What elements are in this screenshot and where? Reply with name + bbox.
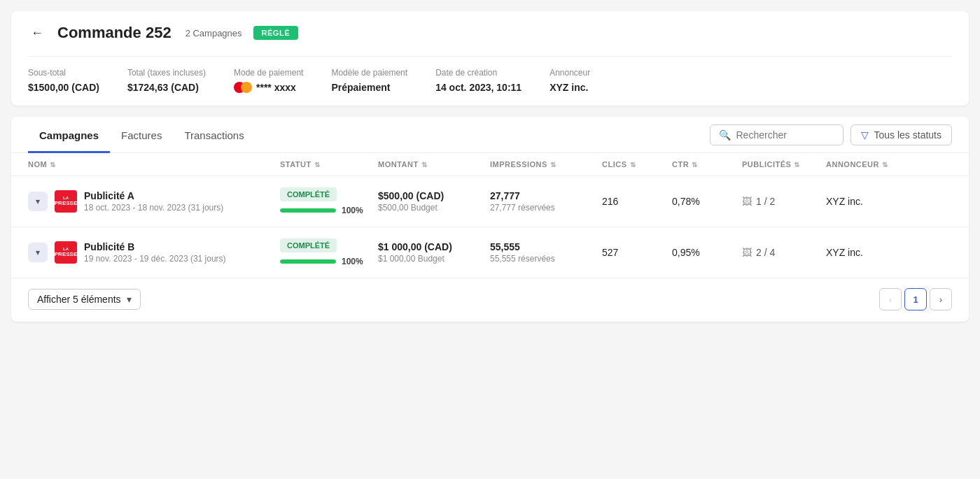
col-annonceur[interactable]: ANNONCEUR ⇅ — [826, 160, 952, 169]
impressions-sub: 27,777 réservées — [490, 203, 602, 213]
amount-main: $1 000,00 (CAD) — [378, 241, 490, 252]
prev-page-button[interactable]: ‹ — [879, 288, 902, 310]
tabs-row: Campagnes Factures Transactions 🔍 ▽ Tous… — [11, 117, 969, 153]
payment-mode-item: Mode de paiement **** xxxx — [234, 68, 303, 93]
creation-date-value: 14 oct. 2023, 10:11 — [435, 82, 522, 93]
page-1-button[interactable]: 1 — [904, 288, 927, 310]
subtotal-label: Sous-total — [28, 68, 99, 78]
campaign-info: ▾ LA PRESSE Publicité A 18 oct. 2023 - 1… — [28, 190, 280, 213]
col-nom[interactable]: NOM ⇅ — [28, 160, 280, 169]
mastercard-icon — [234, 82, 252, 93]
expand-button[interactable]: ▾ — [28, 192, 48, 211]
table-row: ▾ LA PRESSE Publicité B 19 nov. 2023 - 1… — [11, 227, 969, 278]
campaign-ctr-cell: 0,78% — [672, 196, 742, 207]
total-label: Total (taxes incluses) — [127, 68, 206, 78]
campaign-dates: 19 nov. 2023 - 19 déc. 2023 (31 jours) — [84, 254, 226, 264]
campaign-details: Publicité A 18 oct. 2023 - 18 nov. 2023 … — [84, 190, 223, 213]
campaign-impressions-cell: 55,555 55,555 réservées — [490, 241, 602, 264]
total-value: $1724,63 (CAD) — [127, 82, 206, 93]
progress-bar-wrap: 100% — [280, 206, 378, 215]
status-badge: RÉGLÉ — [253, 26, 298, 40]
tab-actions: 🔍 ▽ Tous les statuts — [710, 124, 953, 145]
campaign-details: Publicité B 19 nov. 2023 - 19 déc. 2023 … — [84, 241, 226, 264]
search-input[interactable] — [736, 129, 834, 141]
table-header: NOM ⇅ STATUT ⇅ MONTANT ⇅ IMPRESSIONS ⇅ C… — [11, 153, 969, 176]
advertiser-label: Annonceur — [550, 68, 590, 78]
table-row: ▾ LA PRESSE Publicité A 18 oct. 2023 - 1… — [11, 176, 969, 227]
col-montant[interactable]: MONTANT ⇅ — [378, 160, 490, 169]
payment-mode-label: Mode de paiement — [234, 68, 303, 78]
header-card: ← Commande 252 2 Campagnes RÉGLÉ Sous-to… — [11, 11, 969, 106]
tab-factures[interactable]: Factures — [110, 117, 173, 153]
total-item: Total (taxes incluses) $1724,63 (CAD) — [127, 68, 206, 93]
campaign-impressions-cell: 27,777 27,777 réservées — [490, 190, 602, 213]
sort-montant-icon: ⇅ — [421, 161, 428, 169]
impressions-main: 55,555 — [490, 241, 602, 252]
pagination-row: Afficher 5 éléments ▾ ‹ 1 › — [11, 278, 969, 310]
subtotal-value: $1500,00 (CAD) — [28, 82, 99, 93]
status-completed: COMPLÉTÉ — [280, 187, 337, 201]
amount-budget: $500,00 Budget — [378, 203, 490, 213]
tab-transactions[interactable]: Transactions — [173, 117, 255, 153]
sort-publicites-icon: ⇅ — [794, 161, 800, 169]
sort-ctr-icon: ⇅ — [692, 161, 698, 169]
campaign-amount-cell: $500,00 (CAD) $500,00 Budget — [378, 190, 490, 213]
chevron-down-icon: ▾ — [127, 294, 132, 305]
search-icon: 🔍 — [719, 129, 731, 141]
campaign-annonceur-cell: XYZ inc. — [826, 247, 952, 258]
sort-clics-icon: ⇅ — [630, 161, 636, 169]
publicites-count: 1 / 2 — [756, 196, 775, 207]
campaign-publicites-cell: 🖼 1 / 2 — [742, 196, 826, 207]
campaign-name: Publicité A — [84, 190, 223, 201]
impressions-sub: 55,555 réservées — [490, 254, 602, 264]
status-completed: COMPLÉTÉ — [280, 238, 337, 252]
advertiser-value: XYZ inc. — [550, 82, 590, 93]
la-presse-logo: LA PRESSE — [55, 190, 77, 213]
subtotal-item: Sous-total $1500,00 (CAD) — [28, 68, 99, 93]
col-ctr[interactable]: CTR ⇅ — [672, 160, 742, 169]
campaign-amount-cell: $1 000,00 (CAD) $1 000,00 Budget — [378, 241, 490, 264]
col-statut[interactable]: STATUT ⇅ — [280, 160, 378, 169]
creation-date-label: Date de création — [435, 68, 522, 78]
col-publicites[interactable]: PUBLICITÉS ⇅ — [742, 160, 826, 169]
sort-statut-icon: ⇅ — [314, 161, 321, 169]
image-icon: 🖼 — [742, 247, 752, 258]
payment-model-value: Prépaiement — [331, 82, 407, 93]
progress-bar-bg — [280, 259, 336, 264]
campaign-annonceur-cell: XYZ inc. — [826, 196, 952, 207]
amount-budget: $1 000,00 Budget — [378, 254, 490, 264]
progress-bar-bg — [280, 208, 336, 213]
progress-bar-fill — [280, 208, 336, 213]
progress-percent: 100% — [342, 206, 363, 215]
sort-nom-icon: ⇅ — [50, 161, 56, 169]
progress-bar-wrap: 100% — [280, 257, 378, 266]
expand-button[interactable]: ▾ — [28, 243, 48, 262]
filter-label: Tous les statuts — [874, 129, 942, 141]
search-box[interactable]: 🔍 — [710, 124, 844, 145]
pagination-controls: ‹ 1 › — [879, 288, 952, 310]
campaigns-count: 2 Campagnes — [186, 28, 242, 38]
next-page-button[interactable]: › — [930, 288, 952, 310]
filter-button[interactable]: ▽ Tous les statuts — [850, 124, 953, 145]
image-icon: 🖼 — [742, 196, 752, 207]
page-title: Commande 252 — [57, 24, 172, 42]
amount-main: $500,00 (CAD) — [378, 190, 490, 201]
campaign-publicites-cell: 🖼 2 / 4 — [742, 247, 826, 258]
col-impressions[interactable]: IMPRESSIONS ⇅ — [490, 160, 602, 169]
header-meta: Sous-total $1500,00 (CAD) Total (taxes i… — [28, 56, 952, 93]
sort-impressions-icon: ⇅ — [550, 161, 556, 169]
campaign-rows-container: ▾ LA PRESSE Publicité A 18 oct. 2023 - 1… — [11, 176, 969, 278]
creation-date-item: Date de création 14 oct. 2023, 10:11 — [435, 68, 522, 93]
campaign-info: ▾ LA PRESSE Publicité B 19 nov. 2023 - 1… — [28, 241, 280, 264]
campaign-ctr-cell: 0,95% — [672, 247, 742, 258]
filter-icon: ▽ — [861, 129, 869, 141]
col-clics[interactable]: CLICS ⇅ — [602, 160, 672, 169]
campaign-status-cell: COMPLÉTÉ 100% — [280, 187, 378, 215]
back-button[interactable]: ← — [28, 26, 46, 41]
payment-mode-value: **** xxxx — [234, 82, 303, 93]
advertiser-item: Annonceur XYZ inc. — [550, 68, 590, 93]
tab-campagnes[interactable]: Campagnes — [28, 117, 110, 153]
la-presse-logo: LA PRESSE — [55, 241, 77, 264]
campaign-dates: 18 oct. 2023 - 18 nov. 2023 (31 jours) — [84, 203, 223, 213]
per-page-select[interactable]: Afficher 5 éléments ▾ — [28, 289, 141, 310]
